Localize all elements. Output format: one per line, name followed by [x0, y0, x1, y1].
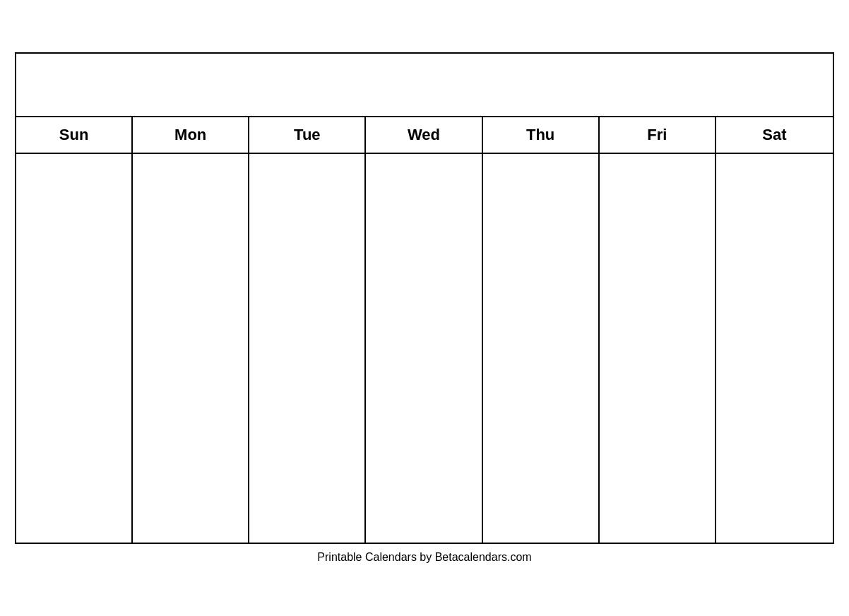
day-cell — [16, 387, 133, 465]
day-cell — [600, 387, 716, 465]
header-sat: Sat — [716, 117, 833, 153]
day-cell — [716, 309, 833, 387]
day-cell — [133, 309, 249, 387]
day-cell — [716, 387, 833, 465]
day-cell — [16, 309, 133, 387]
day-cell — [249, 232, 366, 309]
header-wed: Wed — [366, 117, 482, 153]
header-thu: Thu — [483, 117, 600, 153]
footer-text: Printable Calendars by Betacalendars.com — [317, 551, 531, 563]
day-cell — [600, 465, 716, 543]
day-cell — [716, 465, 833, 543]
day-cell — [133, 232, 249, 309]
day-cell — [249, 309, 366, 387]
day-cell — [483, 387, 600, 465]
day-cell — [16, 154, 133, 232]
calendar-footer: Printable Calendars by Betacalendars.com — [15, 551, 834, 564]
week-row-4 — [16, 387, 833, 465]
week-row-5 — [16, 465, 833, 543]
day-cell — [716, 154, 833, 232]
day-cell — [16, 465, 133, 543]
week-row-3 — [16, 309, 833, 387]
day-cell — [133, 154, 249, 232]
header-sun: Sun — [16, 117, 133, 153]
day-cell — [483, 154, 600, 232]
day-cell — [133, 387, 249, 465]
day-cell — [366, 232, 482, 309]
header-fri: Fri — [600, 117, 716, 153]
header-mon: Mon — [133, 117, 249, 153]
calendar-wrapper: Sun Mon Tue Wed Thu Fri Sat — [15, 52, 834, 564]
calendar-container: Sun Mon Tue Wed Thu Fri Sat — [15, 52, 834, 544]
day-cell — [483, 309, 600, 387]
calendar-title-row — [16, 54, 833, 117]
week-row-2 — [16, 232, 833, 309]
header-tue: Tue — [249, 117, 366, 153]
day-cell — [366, 154, 482, 232]
week-row-1 — [16, 154, 833, 232]
day-cell — [483, 232, 600, 309]
day-cell — [600, 232, 716, 309]
calendar-body — [16, 154, 833, 543]
day-cell — [716, 232, 833, 309]
day-cell — [249, 465, 366, 543]
day-cell — [249, 154, 366, 232]
day-cell — [249, 387, 366, 465]
day-cell — [366, 309, 482, 387]
calendar-header-row: Sun Mon Tue Wed Thu Fri Sat — [16, 117, 833, 154]
day-cell — [366, 465, 482, 543]
day-cell — [366, 387, 482, 465]
day-cell — [600, 154, 716, 232]
day-cell — [133, 465, 249, 543]
day-cell — [16, 232, 133, 309]
day-cell — [600, 309, 716, 387]
day-cell — [483, 465, 600, 543]
